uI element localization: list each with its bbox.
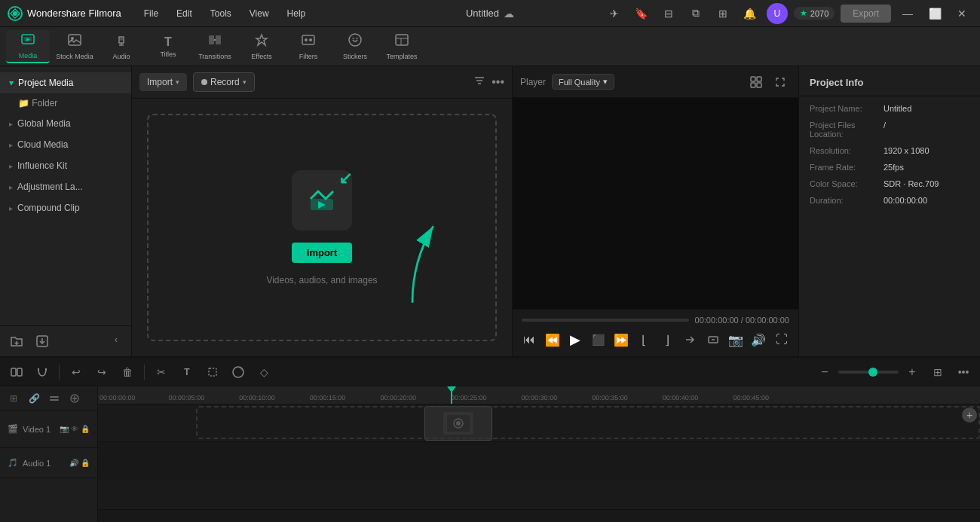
menu-help[interactable]: Help [280,5,314,22]
toolbar-templates[interactable]: Templates [380,30,424,63]
progress-bar[interactable] [522,319,689,322]
fullscreen-player-icon[interactable]: ⛶ [774,329,789,350]
audio-track[interactable]: Drag and drop media and effects here to … [98,480,980,510]
import-label: Import [147,77,173,87]
window-icon[interactable]: ⧉ [685,3,706,24]
nav-adjustment[interactable]: ▸ Adjustment La... [0,176,131,197]
nav-global-media[interactable]: ▸ Global Media [0,113,131,134]
project-colorspace-label: Color Space: [810,179,877,188]
grid-icon[interactable]: ⊞ [712,3,733,24]
track-tool-1[interactable]: ⊞ [5,389,23,408]
record-button[interactable]: Record ▾ [193,72,255,92]
toolbar-titles[interactable]: T Titles [146,30,190,63]
menu-edit[interactable]: Edit [169,5,200,22]
color-icon[interactable] [228,362,249,383]
video-track[interactable]: + [98,404,980,442]
menu-tools[interactable]: Tools [203,5,239,22]
track-audio-lock-icon[interactable]: 🔒 [81,459,90,467]
screenshot-icon[interactable]: 📷 [728,329,743,350]
text-icon[interactable]: T [176,362,198,383]
minimize-button[interactable]: — [897,3,918,24]
quality-selector[interactable]: Full Quality ▾ [552,74,614,90]
toolbar-transitions[interactable]: Transitions [193,30,237,63]
mark-out-icon[interactable]: ⌋ [660,329,675,350]
magnet-icon[interactable] [32,362,53,383]
collapse-panel-icon[interactable]: ‹ [109,332,124,347]
menu-view[interactable]: View [242,5,277,22]
filter-sort-icon[interactable] [473,75,485,90]
toolbar-stickers[interactable]: Stickers [333,30,377,63]
nav-folder[interactable]: 📁 Folder [0,93,131,113]
overwrite-icon[interactable] [705,329,720,350]
close-button[interactable]: ✕ [951,3,972,24]
media-drop-zone[interactable]: ↙ Import Videos, audios, and images [147,114,497,341]
export-button[interactable]: Export [841,5,891,23]
step-back-icon[interactable]: ⏪ [544,329,559,350]
track-tool-2[interactable]: 🔗 [25,389,43,408]
crop-icon[interactable] [202,362,223,383]
timeline-more-icon[interactable]: ••• [953,362,974,383]
play-button[interactable]: ▶ [568,329,583,350]
toolbar-effects[interactable]: Effects [240,30,283,63]
send-icon[interactable]: ✈ [604,3,625,24]
video-track-label: 🎬 Video 1 📷 👁 🔒 [0,411,97,448]
import-drop-button[interactable]: Import [292,243,352,263]
nav-influence-kit[interactable]: ▸ Influence Kit [0,155,131,176]
undo-icon[interactable]: ↩ [66,362,87,383]
project-colorspace-row: Color Space: SDR · Rec.709 [810,179,969,188]
zoom-thumb [868,368,877,377]
zoom-slider[interactable] [838,371,899,374]
scene-detect-icon[interactable] [6,362,27,383]
more-options-icon[interactable]: ••• [492,75,504,89]
toolbar-media[interactable]: Media [6,30,50,63]
project-name-row: Project Name: Untitled [810,104,969,113]
track-video-camera-icon[interactable]: 📷 [60,425,69,433]
record-dot-icon [201,79,207,85]
nav-compound-clip[interactable]: ▸ Compound Clip [0,197,131,218]
track-audio-mute-icon[interactable]: 🔊 [69,459,78,467]
toolbar-effects-label: Effects [251,53,271,60]
bookmark-icon[interactable]: 🔖 [631,3,652,24]
track-tool-3[interactable] [45,389,63,408]
star-icon: ★ [800,8,807,18]
menu-file[interactable]: File [136,5,166,22]
timeline-grid-icon[interactable]: ⊞ [927,362,948,383]
keyframe-icon[interactable]: ◇ [253,362,274,383]
import-icon[interactable] [33,332,51,350]
track-video-lock-icon[interactable]: 🔒 [81,425,90,433]
app-name: Wondershare Filmora [27,8,121,19]
toolbar-audio[interactable]: Audio [100,30,143,63]
stop-button[interactable]: ⬛ [590,329,605,350]
media-drop-area: ↙ Import Videos, audios, and images [132,99,512,356]
insert-icon[interactable] [682,329,697,350]
user-avatar[interactable]: U [767,3,788,24]
mark-in-icon[interactable]: ⌊ [636,329,651,350]
import-button[interactable]: Import ▾ [139,73,187,91]
toolbar-stock[interactable]: Stock Media [53,30,96,63]
zoom-out-icon[interactable]: − [814,362,835,383]
redo-icon[interactable]: ↪ [91,362,112,383]
add-folder-icon[interactable] [8,332,26,350]
nav-cloud-media[interactable]: ▸ Cloud Media [0,134,131,155]
bell-icon[interactable]: 🔔 [740,3,761,24]
svg-point-7 [120,38,123,41]
volume-icon[interactable]: 🔊 [751,329,766,350]
record-dropdown-arrow: ▾ [243,78,247,86]
project-panel: Project Info Project Name: Untitled Proj… [799,66,980,356]
track-tool-4[interactable] [66,389,84,408]
zoom-in-icon[interactable]: + [902,362,923,383]
cloud-save-icon[interactable]: ☁ [504,8,514,20]
add-video-track-icon[interactable]: + [962,408,977,423]
nav-project-media[interactable]: ▾ Project Media [0,72,131,93]
cut-icon[interactable]: ✂ [151,362,172,383]
skip-back-icon[interactable]: ⏮ [522,329,537,350]
track-video-mute-icon[interactable]: 👁 [71,425,78,433]
toolbar-filters[interactable]: Filters [286,30,330,63]
maximize-button[interactable]: ⬜ [924,3,945,24]
step-forward-icon[interactable]: ⏩ [614,329,629,350]
monitor-icon[interactable]: ⊟ [658,3,679,24]
grid-view-icon[interactable] [746,72,767,93]
fullscreen-icon[interactable] [770,72,791,93]
playhead[interactable] [451,386,452,404]
delete-icon[interactable]: 🗑 [117,362,138,383]
